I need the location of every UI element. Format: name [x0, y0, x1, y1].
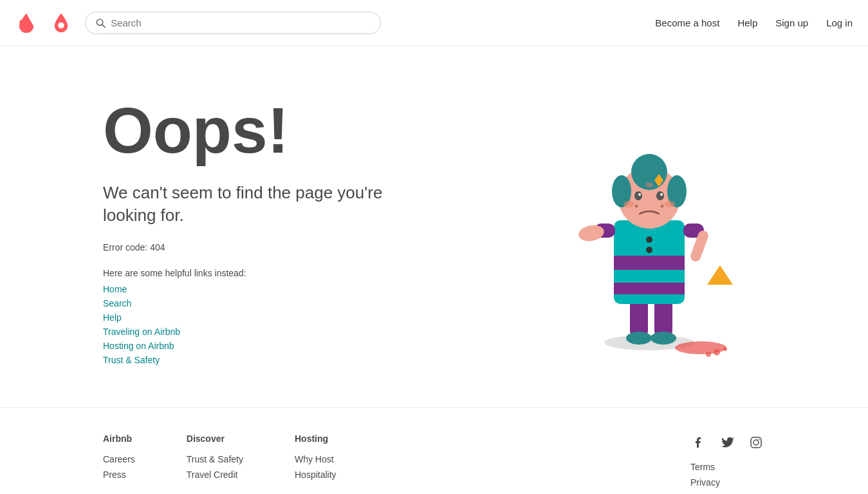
svg-point-37: [661, 205, 664, 208]
error-illustration: [533, 85, 765, 362]
footer-heading-hosting: Hosting: [295, 433, 337, 444]
oops-title: Oops!: [103, 98, 533, 162]
svg-point-32: [638, 193, 641, 196]
search-bar[interactable]: [85, 12, 381, 34]
press-link[interactable]: Press: [103, 470, 135, 480]
helpful-links-title: Here are some helpful links instead:: [103, 268, 533, 278]
footer-col-airbnb: Airbnb Careers Press: [103, 433, 135, 488]
trust-safety-footer-link[interactable]: Trust & Safety: [187, 454, 243, 464]
svg-point-11: [626, 332, 652, 345]
signup-link[interactable]: Sign up: [775, 17, 808, 28]
list-item: Search: [103, 298, 533, 309]
svg-point-40: [753, 440, 759, 445]
svg-marker-22: [707, 265, 733, 285]
airbnb-logo-svg: [50, 12, 72, 34]
trust-safety-link[interactable]: Trust & Safety: [103, 355, 160, 365]
error-content: Oops! We can't seem to find the page you…: [103, 85, 533, 366]
svg-point-33: [660, 193, 663, 196]
svg-point-8: [706, 352, 711, 357]
svg-point-1: [58, 22, 64, 28]
svg-point-6: [714, 349, 720, 356]
careers-link[interactable]: Careers: [103, 454, 135, 464]
list-item: Hosting on Airbnb: [103, 340, 533, 352]
footer-social: Terms Privacy: [690, 433, 765, 488]
traveling-link[interactable]: Traveling on Airbnb: [103, 327, 180, 337]
login-link[interactable]: Log in: [826, 17, 853, 28]
footer-col-discover: Discover Trust & Safety Travel Credit: [187, 433, 243, 488]
help-link[interactable]: Help: [737, 17, 757, 28]
hospitality-link[interactable]: Hospitality: [295, 470, 337, 480]
footer-legal: Terms Privacy: [690, 462, 720, 488]
character-svg: [553, 85, 746, 362]
svg-point-31: [656, 191, 664, 200]
svg-point-7: [723, 347, 727, 351]
svg-rect-14: [614, 256, 685, 270]
footer-heading-airbnb: Airbnb: [103, 433, 135, 444]
svg-point-41: [759, 439, 760, 441]
header: ✿ Become a host Help Sign up Log in: [0, 0, 868, 46]
svg-point-29: [656, 178, 661, 183]
svg-point-30: [634, 191, 642, 200]
search-icon: [96, 18, 106, 28]
travel-credit-link[interactable]: Travel Credit: [187, 470, 243, 480]
svg-point-17: [646, 247, 652, 253]
svg-point-34: [623, 201, 634, 207]
svg-point-36: [635, 205, 638, 208]
hosting-link[interactable]: Hosting on Airbnb: [103, 341, 174, 351]
social-icons-group: [690, 433, 765, 451]
footer: Airbnb Careers Press Discover Trust & Sa…: [0, 407, 868, 494]
error-subtitle: We can't seem to find the page you're lo…: [103, 182, 399, 227]
list-item: Help: [103, 312, 533, 323]
instagram-icon[interactable]: [747, 433, 765, 451]
helpful-links-list: Home Search Help Traveling on Airbnb Hos…: [103, 283, 533, 366]
svg-point-35: [665, 201, 675, 207]
svg-point-12: [651, 332, 676, 345]
svg-rect-39: [751, 437, 761, 448]
search-link[interactable]: Search: [103, 298, 131, 309]
become-host-link[interactable]: Become a host: [655, 17, 719, 28]
logo-link[interactable]: ✿: [15, 12, 37, 34]
footer-col-hosting: Hosting Why Host Hospitality: [295, 433, 337, 488]
svg-point-16: [646, 236, 652, 243]
list-item: Home: [103, 283, 533, 295]
search-input[interactable]: [111, 17, 370, 28]
svg-rect-15: [614, 283, 685, 294]
airbnb-icon: [15, 12, 37, 34]
home-link[interactable]: Home: [103, 284, 127, 294]
list-item: Traveling on Airbnb: [103, 326, 533, 337]
error-code: Error code: 404: [103, 242, 533, 252]
main-content: Oops! We can't seem to find the page you…: [0, 46, 868, 407]
svg-line-3: [102, 24, 105, 27]
header-nav: Become a host Help Sign up Log in: [655, 17, 853, 28]
list-item: Trust & Safety: [103, 354, 533, 366]
logo-anchor[interactable]: [50, 12, 72, 34]
twitter-icon[interactable]: [719, 433, 737, 451]
svg-point-38: [645, 182, 653, 187]
help-content-link[interactable]: Help: [103, 312, 122, 323]
facebook-icon[interactable]: [690, 433, 708, 451]
footer-heading-discover: Discover: [187, 433, 243, 444]
privacy-link[interactable]: Privacy: [690, 477, 720, 488]
why-host-link[interactable]: Why Host: [295, 454, 337, 464]
terms-link[interactable]: Terms: [690, 462, 720, 472]
